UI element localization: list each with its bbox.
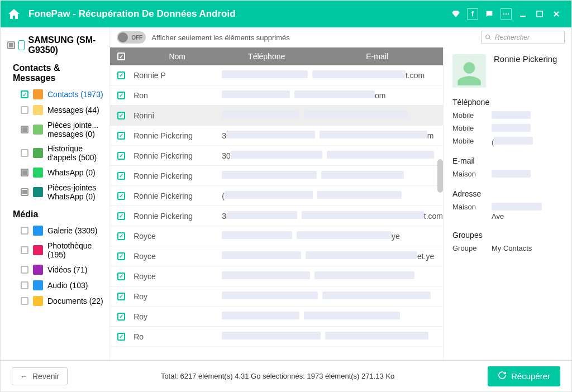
deleted-only-toggle[interactable]: OFF	[117, 31, 146, 44]
row-checkbox[interactable]: ✓	[117, 152, 125, 160]
app-title: FonePaw - Récupération De Données Androi…	[28, 8, 236, 20]
sidebar-item-label: Documents (22)	[47, 297, 103, 305]
category-icon	[33, 168, 43, 178]
select-all-checkbox[interactable]: ✓	[117, 52, 125, 60]
item-checkbox[interactable]	[21, 126, 28, 133]
row-checkbox[interactable]: ✓	[117, 293, 125, 300]
table-row[interactable]: ✓Ronnie Pickering	[110, 166, 443, 186]
sidebar-item[interactable]: Pièces jointe... messages (0)	[5, 118, 105, 141]
table-row[interactable]: ✓Roy	[110, 286, 443, 307]
more-icon[interactable]: ⋯	[500, 8, 512, 20]
sidebar-item[interactable]: ✓Contacts (1973)	[5, 87, 105, 102]
row-checkbox[interactable]: ✓	[117, 333, 125, 341]
sidebar-item[interactable]: Documents (22)	[5, 293, 105, 309]
row-checkbox[interactable]: ✓	[117, 273, 125, 280]
sidebar-item-label: Historique d'appels (500)	[47, 144, 105, 162]
detail-email-title: E-mail	[452, 156, 563, 165]
row-name: Roy	[132, 292, 222, 301]
item-checkbox[interactable]	[21, 281, 28, 289]
scrollbar-thumb[interactable]	[437, 159, 443, 193]
col-phone[interactable]: Téléphone	[222, 52, 311, 61]
row-checkbox[interactable]: ✓	[117, 132, 125, 140]
close-icon[interactable]	[551, 8, 562, 20]
sidebar-item[interactable]: Pièces-jointes WhatsApp (0)	[5, 180, 105, 204]
col-name[interactable]: Nom	[132, 52, 222, 61]
row-data	[222, 171, 443, 180]
table-row[interactable]: ✓Ronnie Pickering30	[110, 146, 443, 166]
sidebar-item[interactable]: Messages (44)	[5, 102, 105, 118]
detail-label: Mobile	[452, 124, 485, 133]
row-checkbox[interactable]: ✓	[117, 232, 125, 240]
row-name: Royce	[132, 232, 222, 241]
sidebar-item[interactable]: Vidéos (71)	[5, 262, 105, 278]
table-row[interactable]: ✓Ronnie Pickering3 m	[110, 126, 443, 146]
item-checkbox[interactable]	[21, 149, 28, 157]
sidebar-item[interactable]: Audio (103)	[5, 278, 105, 293]
row-data: 3 m	[222, 131, 443, 140]
table-row[interactable]: ✓Roy	[110, 307, 443, 327]
detail-value	[492, 111, 563, 121]
minimize-icon[interactable]	[517, 8, 528, 20]
main-panel: OFF Afficher seulement les éléments supp…	[110, 27, 571, 360]
row-name: Ronnie Pickering	[132, 151, 222, 160]
category-icon	[33, 89, 43, 99]
table-row[interactable]: ✓Ron om	[110, 85, 443, 106]
item-checkbox[interactable]	[21, 227, 28, 235]
row-checkbox[interactable]: ✓	[117, 92, 125, 99]
sidebar-item-label: Galerie (3309)	[47, 226, 98, 235]
footer: ← Revenir Total: 6217 élément(s) 4.31 Go…	[1, 360, 571, 391]
table-row[interactable]: ✓Ronnie Pickering3 t.com	[110, 206, 443, 226]
table-row[interactable]: ✓Ronnie P t.com	[110, 65, 443, 85]
svg-point-2	[486, 35, 490, 39]
sidebar-item[interactable]: Galerie (3309)	[5, 223, 105, 238]
table-row[interactable]: ✓Royce et.ye	[110, 246, 443, 266]
table-row[interactable]: ✓Royce ye	[110, 226, 443, 246]
col-email[interactable]: E-mail	[311, 52, 443, 61]
back-label: Revenir	[32, 372, 59, 381]
sidebar-item[interactable]: WhatsApp (0)	[5, 165, 105, 180]
maximize-icon[interactable]	[534, 8, 545, 20]
panel-collapse-handle[interactable]	[443, 159, 444, 173]
row-checkbox[interactable]: ✓	[117, 112, 125, 119]
row-checkbox[interactable]: ✓	[117, 192, 125, 200]
table-row[interactable]: ✓Royce	[110, 266, 443, 286]
row-checkbox[interactable]: ✓	[117, 212, 125, 220]
diamond-icon[interactable]	[450, 8, 461, 20]
sidebar: SAMSUNG (SM-G9350) Contacts & Messages ✓…	[1, 27, 110, 360]
table-row[interactable]: ✓Ro	[110, 327, 443, 347]
row-checkbox[interactable]: ✓	[117, 71, 125, 79]
item-checkbox[interactable]	[21, 266, 28, 274]
toggle-label: Afficher seulement les éléments supprimé…	[151, 34, 290, 42]
item-checkbox[interactable]	[21, 188, 28, 196]
toolbar: OFF Afficher seulement les éléments supp…	[110, 27, 571, 47]
row-checkbox[interactable]: ✓	[117, 252, 125, 260]
row-name: Ronnie Pickering	[132, 192, 222, 200]
sidebar-item[interactable]: Historique d'appels (500)	[5, 141, 105, 165]
row-data	[222, 332, 443, 341]
row-checkbox[interactable]: ✓	[117, 313, 125, 321]
arrow-left-icon: ←	[20, 372, 28, 381]
facebook-icon[interactable]: f	[467, 8, 478, 20]
item-checkbox[interactable]	[21, 106, 28, 114]
item-checkbox[interactable]: ✓	[21, 90, 28, 98]
device-row[interactable]: SAMSUNG (SM-G9350)	[5, 33, 105, 58]
home-icon[interactable]	[7, 7, 21, 21]
row-data	[222, 291, 443, 301]
item-checkbox[interactable]	[21, 169, 28, 176]
sidebar-item[interactable]: Photothèque (195)	[5, 238, 105, 262]
item-checkbox[interactable]	[21, 246, 28, 254]
device-checkbox[interactable]	[7, 41, 15, 49]
item-checkbox[interactable]	[21, 297, 28, 305]
table-row[interactable]: ✓Ronni	[110, 106, 443, 126]
recover-button[interactable]: Récupérer	[488, 366, 560, 386]
detail-row: Mobile(	[452, 137, 563, 146]
feedback-icon[interactable]	[484, 8, 495, 20]
avatar	[452, 54, 486, 88]
toggle-state: OFF	[131, 35, 142, 41]
row-checkbox[interactable]: ✓	[117, 172, 125, 180]
back-button[interactable]: ← Revenir	[12, 367, 68, 385]
search-input[interactable]: Rechercher	[481, 31, 565, 44]
detail-label: Maison	[452, 203, 485, 221]
table-row[interactable]: ✓Ronnie Pickering(	[110, 186, 443, 206]
detail-value	[492, 124, 563, 133]
